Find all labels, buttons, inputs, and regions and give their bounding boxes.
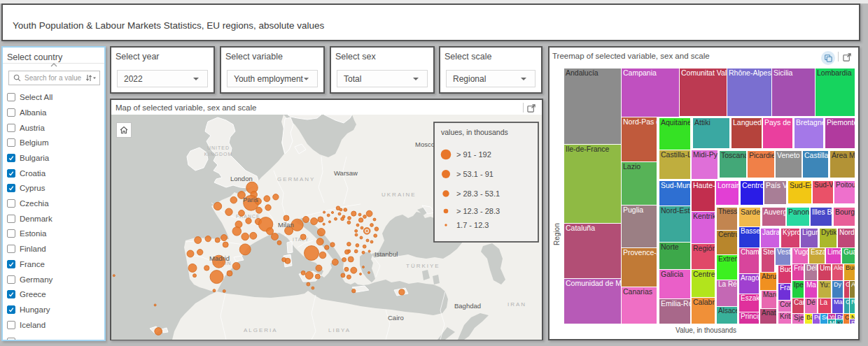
svg-text:GERMANY: GERMANY — [277, 176, 315, 182]
svg-text:UKRAINE: UKRAINE — [382, 192, 416, 198]
svg-text:London: London — [230, 175, 253, 182]
svg-text:> 91 - 192: > 91 - 192 — [456, 150, 491, 159]
svg-text:Milan: Milan — [278, 221, 294, 229]
svg-text:1.7 - 12.3: 1.7 - 12.3 — [456, 221, 489, 229]
svg-text:> 53.1 - 91: > 53.1 - 91 — [456, 170, 493, 178]
svg-text:Istanbul: Istanbul — [374, 250, 398, 258]
svg-text:values, in thousands: values, in thousands — [441, 128, 508, 136]
svg-text:Baghdad: Baghdad — [454, 302, 481, 310]
svg-text:KINGDOM: KINGDOM — [204, 152, 232, 157]
svg-text:Warsaw: Warsaw — [334, 169, 358, 177]
svg-text:Madrid: Madrid — [209, 254, 230, 262]
svg-text:ALGERIA: ALGERIA — [244, 327, 278, 333]
svg-text:LIBYA: LIBYA — [328, 327, 351, 333]
svg-text:TÜRKIYE: TÜRKIYE — [406, 263, 440, 269]
svg-text:Cairo: Cairo — [388, 314, 404, 322]
svg-text:IRAN: IRAN — [507, 301, 526, 308]
svg-text:Paris: Paris — [243, 196, 258, 203]
svg-text:UNITED: UNITED — [207, 145, 230, 150]
svg-text:> 12.3 - 28.3: > 12.3 - 28.3 — [456, 207, 500, 215]
svg-text:> 28.3 - 53.1: > 28.3 - 53.1 — [456, 189, 500, 198]
